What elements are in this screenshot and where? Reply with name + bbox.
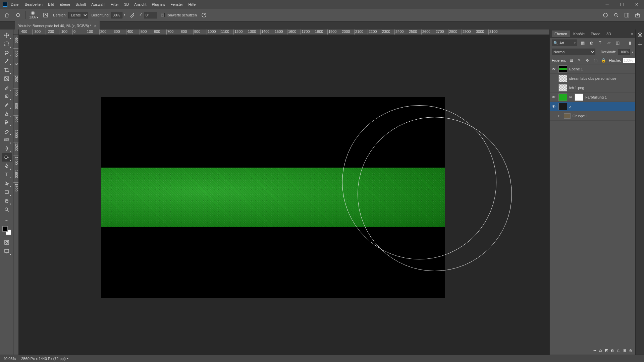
canvas[interactable] (101, 97, 445, 298)
document-dimensions[interactable]: 2560 Px x 1440 Px (72 ppi)▸ (21, 357, 68, 361)
layer-row[interactable]: 👁 z (550, 102, 635, 111)
tab-pfade[interactable]: Pfade (588, 31, 603, 37)
dodge-tool[interactable] (2, 153, 12, 162)
foreground-color-swatch[interactable] (2, 226, 8, 232)
menu-auswahl[interactable]: Auswahl (91, 2, 105, 6)
layer-style-button[interactable]: fx (599, 349, 602, 353)
vertical-ruler[interactable]: -400-20002004006008001000120014001600180… (13, 35, 19, 355)
clone-stamp-tool[interactable] (2, 109, 12, 118)
airbrush-toggle[interactable] (128, 11, 136, 19)
menu-fenster[interactable]: Fenster (170, 2, 183, 6)
home-button[interactable] (3, 11, 11, 19)
hand-tool[interactable] (2, 196, 12, 205)
new-layer-button[interactable]: ⊞ (623, 348, 626, 353)
brush-tool[interactable] (2, 101, 12, 109)
menu-datei[interactable]: Datei (11, 2, 19, 6)
layer-mask-link-icon[interactable]: ⋈ (569, 95, 573, 99)
delete-layer-button[interactable]: 🗑 (629, 349, 633, 353)
menu-schrift[interactable]: Schrift (75, 2, 86, 6)
quick-mask-toggle[interactable] (2, 238, 12, 247)
current-tool-icon[interactable] (14, 11, 22, 19)
layer-name[interactable]: z (569, 105, 571, 109)
magic-wand-tool[interactable] (2, 57, 12, 66)
layer-group-row[interactable]: ▸ Gruppe 1 (550, 111, 635, 121)
foreground-background-colors[interactable] (2, 226, 12, 236)
type-tool[interactable] (2, 170, 12, 179)
add-mask-button[interactable]: ◩ (605, 348, 608, 353)
ruler-origin[interactable] (13, 29, 19, 35)
blur-tool[interactable] (2, 144, 12, 153)
layer-row[interactable]: streamlabs obs personal use (550, 74, 635, 83)
menu-bild[interactable]: Bild (48, 2, 54, 6)
marquee-tool[interactable] (2, 40, 12, 48)
layer-thumbnail[interactable] (558, 103, 567, 110)
visibility-toggle[interactable]: 👁 (551, 95, 556, 100)
path-selection-tool[interactable] (2, 179, 12, 188)
link-layers-button[interactable]: ⊶ (593, 348, 596, 353)
lock-all-icon[interactable]: 🔒 (600, 57, 607, 64)
exposure-input[interactable] (111, 12, 122, 18)
close-tab-button[interactable]: × (94, 24, 96, 28)
edit-toolbar-button[interactable]: ⋯ (2, 216, 12, 225)
collapsed-panel-icon[interactable] (637, 42, 643, 48)
screen-mode-toggle[interactable] (2, 247, 12, 255)
layer-thumbnail[interactable] (558, 65, 567, 73)
lock-position-icon[interactable]: ✥ (584, 57, 591, 64)
tab-3d[interactable]: 3D (604, 31, 614, 37)
history-brush-tool[interactable] (2, 118, 12, 127)
filter-pixel-icon[interactable]: ▦ (579, 40, 586, 46)
panel-menu-button[interactable]: ≡ (629, 32, 635, 36)
window-close-button[interactable]: ✕ (629, 0, 644, 9)
brush-preset-picker[interactable]: 1337 ▾ (29, 11, 38, 19)
chevron-down-icon[interactable]: ▾ (124, 13, 125, 16)
range-select[interactable]: Lichter (68, 12, 88, 18)
horizontal-ruler[interactable]: -400-300-200-100010020030040050060070080… (19, 29, 549, 35)
visibility-toggle[interactable]: 👁 (551, 104, 556, 109)
menu-plugins[interactable]: Plug-ins (152, 2, 165, 6)
lock-transparency-icon[interactable]: ▦ (568, 57, 575, 64)
menu-ebene[interactable]: Ebene (59, 2, 70, 6)
gradient-tool[interactable] (2, 135, 12, 144)
healing-brush-tool[interactable] (2, 92, 12, 101)
canvas-stage[interactable] (19, 35, 549, 355)
eyedropper-tool[interactable] (2, 83, 12, 92)
lock-artboard-icon[interactable]: ▢ (592, 57, 599, 64)
filter-adjust-icon[interactable]: ◐ (588, 40, 595, 46)
layer-row[interactable]: ich 1.png (550, 83, 635, 93)
layer-thumbnail[interactable] (558, 75, 567, 82)
layer-thumbnail[interactable] (558, 84, 567, 92)
cloud-docs-icon[interactable] (602, 11, 609, 19)
move-tool[interactable] (2, 31, 12, 40)
window-minimize-button[interactable]: ─ (600, 0, 614, 9)
lock-pixels-icon[interactable]: ✎ (576, 57, 583, 64)
share-icon[interactable] (634, 11, 641, 19)
filter-type-icon[interactable]: T (597, 40, 603, 46)
layer-row[interactable]: 👁 Ebene 1 (550, 64, 635, 74)
collapsed-panel-icon[interactable] (637, 32, 643, 38)
angle-input[interactable] (144, 12, 157, 18)
document-tab[interactable]: Youtube Banner.psdc bei 40,1% (z, RGB/8)… (15, 21, 100, 29)
opacity-input[interactable] (618, 49, 630, 55)
protect-tones-checkbox[interactable]: ✓ Tonwerte schützen (161, 13, 197, 17)
lasso-tool[interactable] (2, 48, 12, 57)
crop-tool[interactable] (2, 66, 12, 74)
layer-thumbnail[interactable] (558, 94, 567, 101)
pressure-toggle[interactable] (200, 11, 208, 19)
layer-name[interactable]: ich 1.png (569, 86, 584, 90)
layer-mask-thumbnail[interactable] (575, 94, 583, 101)
tab-kanaele[interactable]: Kanäle (571, 31, 587, 37)
menu-ansicht[interactable]: Ansicht (134, 2, 146, 6)
pen-tool[interactable] (2, 162, 12, 170)
new-group-button[interactable]: 🗀 (617, 349, 621, 353)
chevron-down-icon[interactable]: ▾ (632, 51, 633, 54)
group-expand-toggle[interactable]: ▸ (558, 114, 562, 117)
zoom-level[interactable]: 40,06% (3, 357, 16, 361)
layer-filter-select[interactable]: 🔍 Art ▾ (552, 40, 577, 46)
brush-settings-button[interactable] (42, 11, 50, 19)
visibility-toggle[interactable]: 👁 (551, 67, 556, 71)
zoom-tool[interactable] (2, 205, 12, 214)
adjustment-layer-button[interactable]: ◐ (611, 348, 614, 353)
rectangle-tool[interactable] (2, 188, 12, 196)
search-icon[interactable] (612, 11, 620, 19)
layer-row[interactable]: 👁 ⋈ Farbfüllung 1 (550, 93, 635, 102)
